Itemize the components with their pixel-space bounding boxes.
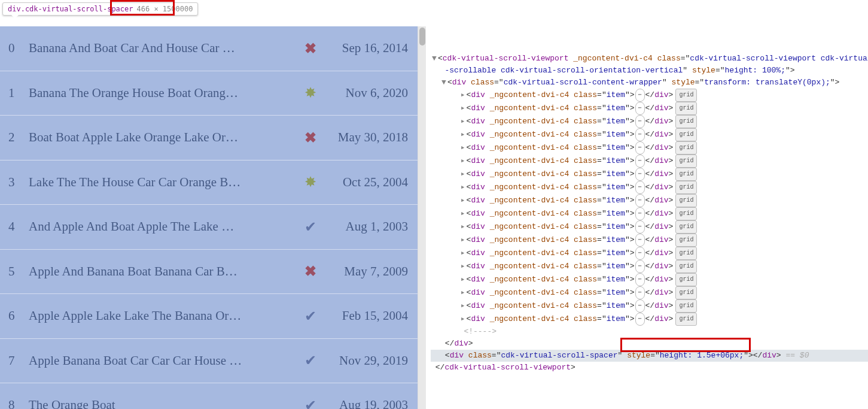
grid-badge[interactable]: grid <box>675 89 697 102</box>
ellipsis-icon[interactable]: ⋯ <box>635 194 645 207</box>
grid-badge[interactable]: grid <box>675 181 697 194</box>
dom-tree-line[interactable]: ▼<cdk-virtual-scroll-viewport _ngcontent… <box>431 53 868 65</box>
ellipsis-icon[interactable]: ⋯ <box>635 207 645 220</box>
dom-tree-line[interactable]: ▸<div _ngcontent-dvi-c4 class="item">⋯</… <box>431 102 868 115</box>
dom-tree-line[interactable]: ▸<div _ngcontent-dvi-c4 class="item">⋯</… <box>431 207 868 220</box>
grid-badge[interactable]: grid <box>675 128 697 141</box>
dom-tree-line[interactable]: ▸<div _ngcontent-dvi-c4 class="item">⋯</… <box>431 154 868 168</box>
ellipsis-icon[interactable]: ⋯ <box>635 102 645 115</box>
element-tooltip: div.cdk-virtual-scroll-spacer 466 × 1500… <box>2 2 198 16</box>
ellipsis-icon[interactable]: ⋯ <box>635 168 645 181</box>
grid-badge[interactable]: grid <box>675 154 697 168</box>
dom-tree-line[interactable]: ▸<div _ngcontent-dvi-c4 class="item">⋯</… <box>431 273 868 286</box>
ellipsis-icon[interactable]: ⋯ <box>635 273 645 286</box>
ellipsis-icon[interactable]: ⋯ <box>635 260 645 273</box>
dom-tree-line[interactable]: </div> <box>431 338 868 350</box>
dom-tree-line[interactable]: ▸<div _ngcontent-dvi-c4 class="item">⋯</… <box>431 286 868 299</box>
ellipsis-icon[interactable]: ⋯ <box>635 313 645 326</box>
list-item[interactable]: 2Boat Boat Apple Lake Orange Lake Or…✖Ma… <box>0 116 418 160</box>
list-item[interactable]: 3Lake The The House Car Car Orange B…✸Oc… <box>0 160 418 205</box>
expand-arrow-icon[interactable]: ▸ <box>459 313 467 325</box>
ellipsis-icon[interactable]: ⋯ <box>635 154 645 168</box>
expand-arrow-icon[interactable]: ▸ <box>459 102 467 114</box>
dom-tree-line[interactable]: ▸<div _ngcontent-dvi-c4 class="item">⋯</… <box>431 313 868 326</box>
grid-badge[interactable]: grid <box>675 260 697 273</box>
ellipsis-icon[interactable]: ⋯ <box>635 128 645 141</box>
ellipsis-icon[interactable]: ⋯ <box>635 141 645 154</box>
grid-badge[interactable]: grid <box>675 299 697 313</box>
scrollbar-thumb[interactable] <box>419 28 425 46</box>
expand-arrow-icon[interactable]: ▸ <box>459 274 467 286</box>
expand-arrow-icon[interactable]: ▸ <box>459 247 467 259</box>
grid-badge[interactable]: grid <box>675 273 697 286</box>
grid-badge[interactable]: grid <box>675 102 697 115</box>
dom-tree-line[interactable]: ▸<div _ngcontent-dvi-c4 class="item">⋯</… <box>431 260 868 273</box>
list-body[interactable]: 0Banana And Boat Car And House Car …✖Sep… <box>0 26 418 409</box>
grid-badge[interactable]: grid <box>675 194 697 207</box>
dom-tree-line[interactable]: ▸<div _ngcontent-dvi-c4 class="item">⋯</… <box>431 181 868 194</box>
grid-badge[interactable]: grid <box>675 168 697 181</box>
dom-tree-line[interactable]: ▸<div _ngcontent-dvi-c4 class="item">⋯</… <box>431 89 868 102</box>
dom-tree-line[interactable]: </cdk-virtual-scroll-viewport> <box>431 362 868 374</box>
expand-arrow-icon[interactable]: ▸ <box>459 234 467 246</box>
grid-badge[interactable]: grid <box>675 286 697 299</box>
grid-badge[interactable]: grid <box>675 207 697 220</box>
expand-arrow-icon[interactable]: ▸ <box>459 142 467 154</box>
dom-tree-line[interactable]: ▼<div class="cdk-virtual-scroll-content-… <box>431 77 868 89</box>
expand-arrow-icon[interactable]: ▸ <box>459 287 467 299</box>
item-index: 2 <box>8 130 29 145</box>
ellipsis-icon[interactable]: ⋯ <box>635 220 645 234</box>
expand-arrow-icon[interactable]: ▸ <box>459 221 467 233</box>
list-item[interactable]: 4And Apple And Boat Apple The Lake …✔Aug… <box>0 205 418 250</box>
dom-tree-line[interactable]: ▸<div _ngcontent-dvi-c4 class="item">⋯</… <box>431 115 868 128</box>
dom-tree-line[interactable]: ▸<div _ngcontent-dvi-c4 class="item">⋯</… <box>431 220 868 234</box>
ellipsis-icon[interactable]: ⋯ <box>635 247 645 260</box>
grid-badge[interactable]: grid <box>675 115 697 128</box>
ellipsis-icon[interactable]: ⋯ <box>635 234 645 247</box>
expand-arrow-icon[interactable]: ▸ <box>459 260 467 272</box>
expand-arrow-icon[interactable]: ▸ <box>459 181 467 193</box>
ellipsis-icon[interactable]: ⋯ <box>635 89 645 102</box>
scrollbar-track[interactable] <box>418 26 426 409</box>
grid-badge[interactable]: grid <box>675 141 697 154</box>
dom-tree-line[interactable]: <!----> <box>431 326 868 338</box>
dom-tree-line[interactable]: -scrollable cdk-virtual-scroll-orientati… <box>431 65 868 77</box>
collapse-arrow-icon[interactable]: ▼ <box>431 53 438 65</box>
ellipsis-icon[interactable]: ⋯ <box>635 181 645 194</box>
grid-badge[interactable]: grid <box>675 220 697 234</box>
expand-arrow-icon[interactable]: ▸ <box>459 300 467 312</box>
grid-badge[interactable]: grid <box>675 247 697 260</box>
dom-tree-line[interactable]: ▸<div _ngcontent-dvi-c4 class="item">⋯</… <box>431 194 868 207</box>
ellipsis-icon[interactable]: ⋯ <box>635 299 645 313</box>
expand-arrow-icon[interactable]: ▸ <box>459 89 467 101</box>
item-date: Aug 19, 2003 <box>324 398 408 409</box>
dom-tree-line[interactable]: ▸<div _ngcontent-dvi-c4 class="item">⋯</… <box>431 141 868 154</box>
expand-arrow-icon[interactable]: ▸ <box>459 116 467 128</box>
expand-arrow-icon[interactable]: ▸ <box>459 208 467 220</box>
item-date: Oct 25, 2004 <box>324 175 408 190</box>
expand-arrow-icon[interactable]: ▸ <box>459 155 467 167</box>
expand-arrow-icon[interactable]: ▸ <box>459 195 467 207</box>
dom-tree-line[interactable]: <div class="cdk-virtual-scroll-spacer" s… <box>431 350 868 362</box>
list-item[interactable]: 5Apple And Banana Boat Banana Car B…✖May… <box>0 250 418 295</box>
ellipsis-icon[interactable]: ⋯ <box>635 286 645 299</box>
dom-tree-line[interactable]: ▸<div _ngcontent-dvi-c4 class="item">⋯</… <box>431 128 868 141</box>
dom-tree-line[interactable]: ▸<div _ngcontent-dvi-c4 class="item">⋯</… <box>431 168 868 181</box>
list-item[interactable]: 8The Orange Boat✔Aug 19, 2003 <box>0 383 418 409</box>
expand-arrow-icon[interactable]: ▸ <box>459 168 467 180</box>
list-item[interactable]: 7Apple Banana Boat Car Car Car House …✔N… <box>0 339 418 384</box>
expand-arrow-icon[interactable]: ▸ <box>459 129 467 141</box>
item-date: Aug 1, 2003 <box>324 219 408 234</box>
devtools-elements-panel[interactable]: ▼<cdk-virtual-scroll-viewport _ngcontent… <box>426 0 868 409</box>
list-item[interactable]: 0Banana And Boat Car And House Car …✖Sep… <box>0 26 418 71</box>
list-item[interactable]: 1Banana The Orange House Boat Orang…✸Nov… <box>0 71 418 116</box>
dom-tree-line[interactable]: ▸<div _ngcontent-dvi-c4 class="item">⋯</… <box>431 234 868 247</box>
grid-badge[interactable]: grid <box>675 313 697 326</box>
grid-badge[interactable]: grid <box>675 234 697 247</box>
ellipsis-icon[interactable]: ⋯ <box>635 115 645 128</box>
dom-tree-line[interactable]: ▸<div _ngcontent-dvi-c4 class="item">⋯</… <box>431 299 868 313</box>
collapse-arrow-icon[interactable]: ▼ <box>440 77 447 89</box>
dom-tree-line[interactable]: ▸<div _ngcontent-dvi-c4 class="item">⋯</… <box>431 247 868 260</box>
item-date: Sep 16, 2014 <box>324 41 408 56</box>
list-item[interactable]: 6Apple Apple Lake Lake The Banana Or…✔Fe… <box>0 294 418 339</box>
